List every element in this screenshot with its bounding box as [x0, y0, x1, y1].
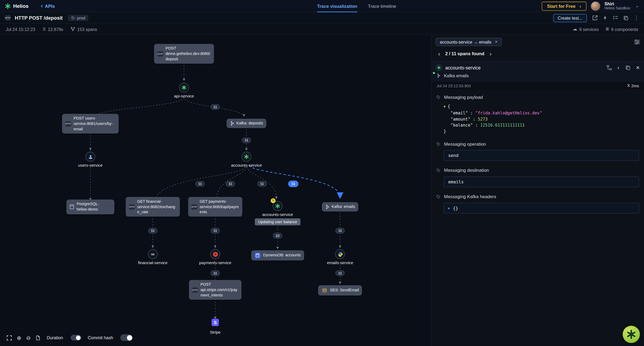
service-circle [335, 249, 345, 259]
contrast-icon[interactable]: ◐ [617, 65, 620, 70]
graph-node-stripe[interactable]: SStripe [210, 319, 220, 329]
trace-graph-canvas[interactable]: ⊕ ⊖ Duration Commit hash 111111111111111… [0, 34, 431, 346]
view-tabs: Trace visualization Trace timeline [317, 0, 396, 12]
fit-view-icon[interactable] [6, 335, 12, 340]
helios-service-icon [244, 154, 249, 159]
graph-node-ses[interactable]: SES: SendEmail [318, 285, 362, 295]
commit-hash-toggle[interactable] [120, 334, 133, 341]
tab-trace-timeline[interactable]: Trace timeline [368, 0, 396, 12]
top-navbar: Helios ‹ APIs Trace visualization Trace … [0, 0, 644, 12]
brand[interactable]: Helios [5, 3, 29, 9]
http-method-icon: HTTP [5, 15, 10, 21]
user-service-icon [88, 155, 93, 159]
section-title-row: Messaging operation [437, 141, 639, 146]
operation-value-box: send [444, 150, 639, 161]
zoom-in-icon[interactable]: ⊕ [17, 335, 22, 340]
copy-icon[interactable] [624, 15, 628, 20]
section-title-row: Messaging payload [437, 95, 639, 99]
service-circle [179, 83, 189, 93]
chevron-down-icon[interactable]: ⌄ [635, 3, 639, 9]
close-icon[interactable]: ✕ [495, 40, 498, 44]
brand-name: Helios [13, 3, 29, 9]
hourglass-icon: ⧖ [43, 27, 46, 31]
graph-node-pay-get[interactable]: HTTPGET payments-service:8083/api/paymen… [188, 197, 243, 217]
trace-timestamp: Jul 24 15:12:23 [6, 27, 35, 32]
next-span-button[interactable]: › [486, 49, 495, 58]
tab-trace-visualization[interactable]: Trace visualization [317, 0, 357, 12]
span-details-panel: accounts-service → emails ✕ ‹ 2 / 11 spa… [431, 34, 644, 346]
graph-node-emails-service[interactable]: emails-service [335, 249, 345, 259]
graph-node-dynamo[interactable]: DynamoDB: accounts [251, 250, 304, 260]
graph-node-root[interactable]: HTTPPOST demo.gethelios.dev:8080/deposit [154, 44, 214, 64]
node-label: GET financial-service:8082/exchange_rate [137, 199, 177, 215]
json-key: "balance" [451, 123, 473, 128]
chevron-right-icon: › [579, 4, 581, 8]
commit-hash-toggle-label: Commit hash [88, 335, 113, 340]
span-pagination: ‹ 2 / 11 spans found › [432, 48, 644, 61]
attribute-icon [437, 142, 440, 146]
checklist-icon[interactable] [613, 15, 618, 21]
section-title-row: Messaging Kafka headers [437, 194, 639, 199]
graph-node-accounts-service[interactable]: accounts-service [241, 152, 251, 162]
span-operation-row: Kafka emails [432, 72, 644, 82]
helios-service-icon [182, 85, 186, 90]
tree-view-icon[interactable] [607, 65, 612, 70]
filter-chip[interactable]: accounts-service → emails ✕ [436, 38, 502, 46]
start-for-free-button[interactable]: Start for Free › [542, 1, 586, 11]
edge-count-label: 11 [335, 228, 345, 233]
create-test-button[interactable]: Create test... [553, 14, 587, 22]
json-colon: : [468, 111, 475, 115]
filter-chip-label: accounts-service → emails [440, 40, 492, 44]
trace-edge [95, 97, 184, 116]
node-label: GET payments-service:8083/api/payments [200, 199, 239, 215]
app-root: Helios ‹ APIs Trace visualization Trace … [0, 0, 644, 346]
span-time-bar: Jul 24 15:12:33.903 ⧖ 2ms [432, 81, 644, 89]
lightning-icon[interactable] [603, 15, 607, 21]
duration-toggle[interactable] [70, 335, 81, 340]
expand-caret-icon[interactable]: ▶ [448, 206, 450, 210]
graph-node-accounts-service-2[interactable]: ✎accounts-serviceUpdating user balance [273, 201, 283, 211]
graph-node-kafka-emails[interactable]: Kafka: emails [322, 202, 358, 212]
dynamodb-icon [254, 252, 261, 258]
graph-node-kafka-deposits[interactable]: Kafka: deposits [226, 119, 266, 128]
prev-span-button[interactable]: ‹ [435, 49, 443, 58]
trace-duration: ⧖ 12.878s [43, 27, 63, 32]
report-icon[interactable] [36, 335, 40, 340]
share-icon[interactable] [592, 15, 598, 21]
kebab-menu-icon[interactable]: ⋮ [634, 15, 639, 21]
collapse-caret-icon[interactable]: ▼ [444, 105, 446, 109]
components-text: 6 components [611, 27, 638, 32]
graph-node-users-post[interactable]: HTTPPOST users-service:8081/users/by-ema… [62, 114, 119, 134]
json-value: "frida.kahlo@getHelios.dev" [475, 111, 542, 115]
user-org: Helios Sandbox [604, 6, 630, 11]
kafka-icon [437, 73, 440, 78]
helios-chat-button[interactable] [623, 326, 640, 343]
edge-count-label: 11 [211, 104, 220, 110]
avatar[interactable] [590, 1, 600, 11]
zoom-out-icon[interactable]: ⊖ [26, 335, 31, 340]
http-icon: HTTP [192, 287, 198, 293]
graph-node-payments-service[interactable]: payments-service [210, 249, 220, 259]
span-card-actions: ◐ ✕ [607, 65, 640, 70]
payload-line: "amount" : 5273 [444, 116, 639, 122]
edge-count-label: 11 [335, 270, 345, 276]
span-status-dot [433, 72, 435, 74]
graph-node-api-service[interactable]: api-service [179, 83, 189, 93]
close-panel-icon[interactable]: ✕ [636, 65, 640, 70]
graph-node-postgres[interactable]: PostgreSQL: helios-demo [66, 200, 115, 214]
pagination-text: 2 / 11 spans found [445, 51, 485, 56]
graph-node-stripe-post[interactable]: HTTPPOST api.stripe.com/v1/payment_inten… [189, 280, 242, 300]
env-tag[interactable]: prod [68, 15, 88, 21]
filters-icon[interactable] [634, 40, 640, 44]
graph-node-fin-get[interactable]: HTTPGET financial-service:8082/exchange_… [126, 197, 180, 217]
graph-node-users-service[interactable]: users-service [86, 152, 95, 162]
graph-node-financial-service[interactable]: ∞financial-service [148, 249, 158, 259]
copy-icon[interactable] [625, 65, 630, 70]
back-to-apis-link[interactable]: ‹ APIs [41, 3, 55, 9]
back-label: APIs [45, 4, 55, 8]
node-label: Kafka: emails [332, 204, 355, 210]
chevron-left-icon: ‹ [41, 3, 43, 9]
json-key: "amount" [451, 117, 471, 121]
edge-count-label: 11 [148, 228, 158, 233]
json-colon: : [473, 123, 480, 128]
